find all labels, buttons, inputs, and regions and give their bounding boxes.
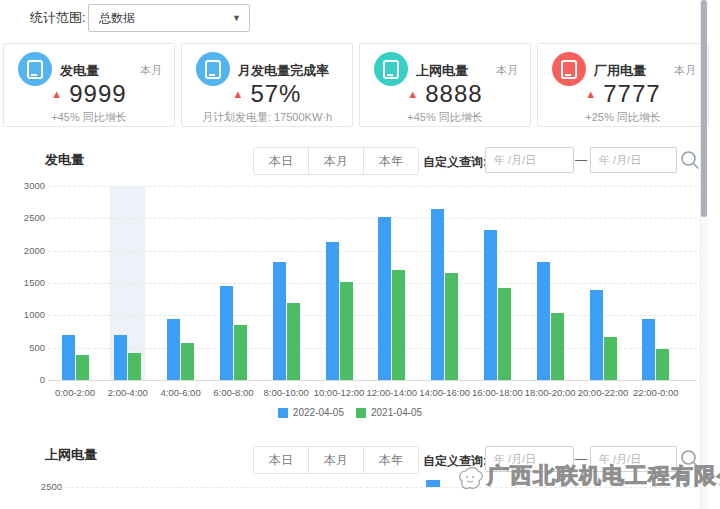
- card-subtitle: +45% 同比增长: [4, 110, 174, 125]
- chart-bar[interactable]: [287, 303, 300, 380]
- card-value: 57%: [250, 80, 301, 108]
- gridline: [48, 380, 697, 381]
- card-title: 上网电量: [416, 62, 468, 80]
- y-axis-tick: 2500: [5, 212, 45, 224]
- card-title: 厂用电量: [594, 62, 646, 80]
- custom-query-label: 自定义查询:: [423, 453, 487, 470]
- button-this-month[interactable]: 本月: [308, 447, 363, 473]
- chart-bar[interactable]: [340, 282, 353, 380]
- chart-bar[interactable]: [167, 319, 180, 380]
- chart-bar[interactable]: [62, 335, 75, 380]
- end-date-input[interactable]: [590, 446, 677, 472]
- section-title-generation: 发电量: [45, 151, 84, 169]
- card-subtitle: 月计划发电量: 17500KW·h: [182, 110, 352, 125]
- legend-swatch: [356, 408, 366, 418]
- trend-up-icon: ▲: [407, 88, 418, 100]
- chart-bar[interactable]: [273, 262, 286, 380]
- chart-bar[interactable]: [590, 290, 603, 380]
- chart-bar[interactable]: [234, 325, 247, 380]
- start-date-input[interactable]: [485, 446, 574, 472]
- topbar: 统计范围: 总数据 ▼: [0, 0, 700, 42]
- card-period: 本月: [140, 63, 162, 78]
- trend-up-icon: ▲: [585, 88, 596, 100]
- gridline: [48, 283, 697, 284]
- card-period: 本月: [496, 63, 518, 78]
- chart-bar[interactable]: [642, 319, 655, 380]
- y-axis-tick: 500: [5, 342, 45, 354]
- y-axis-tick: 2000: [5, 245, 45, 257]
- search-icon[interactable]: [680, 150, 700, 170]
- stat-cards-row: 发电量 本月 ▲ 9999 +45% 同比增长 月发电量完成率 ▲ 57% 月计…: [3, 43, 709, 127]
- button-this-year[interactable]: 本年: [363, 447, 418, 473]
- chart-bar[interactable]: [378, 217, 391, 380]
- button-this-month[interactable]: 本月: [308, 148, 363, 174]
- card-period: 本月: [674, 63, 696, 78]
- y-axis-tick: 0: [5, 374, 45, 386]
- chart-bar[interactable]: [326, 242, 339, 380]
- chart-bar[interactable]: [431, 209, 444, 380]
- legend-label: 2021-04-05: [371, 407, 422, 418]
- range-button-group: 本日 本月 本年: [253, 446, 419, 474]
- chart-bar[interactable]: [426, 480, 440, 487]
- end-date-input[interactable]: [590, 147, 677, 173]
- card-value: 7777: [603, 80, 660, 108]
- button-today[interactable]: 本日: [254, 148, 308, 174]
- chart-bar[interactable]: [445, 273, 458, 380]
- gridline: [66, 487, 697, 488]
- y-axis-tick: 1500: [5, 277, 45, 289]
- scrollbar-thumb[interactable]: [701, 0, 707, 217]
- legend-swatch: [278, 408, 288, 418]
- chevron-down-icon: ▼: [232, 5, 241, 31]
- card-value: 9999: [69, 80, 126, 108]
- chart-bar[interactable]: [484, 230, 497, 380]
- chart-bar[interactable]: [537, 262, 550, 380]
- stat-card-plant-use: 厂用电量 本月 ▲ 7777 +25% 同比增长: [537, 43, 709, 127]
- card-value: 8888: [425, 80, 482, 108]
- button-this-year[interactable]: 本年: [363, 148, 418, 174]
- legend-item[interactable]: 2021-04-05: [356, 407, 422, 418]
- scope-select[interactable]: 总数据 ▼: [88, 4, 250, 32]
- chart-bar[interactable]: [604, 337, 617, 380]
- chart-bar[interactable]: [392, 270, 405, 380]
- card-title: 月发电量完成率: [238, 62, 329, 80]
- scope-label: 统计范围:: [30, 9, 86, 27]
- y-axis-tick: 2500: [22, 481, 62, 492]
- chart-bar[interactable]: [114, 335, 127, 380]
- range-button-group: 本日 本月 本年: [253, 147, 419, 175]
- legend-label: 2022-04-05: [293, 407, 344, 418]
- trend-up-icon: ▲: [233, 88, 244, 100]
- chart-bar[interactable]: [498, 288, 511, 380]
- legend-item[interactable]: 2022-04-05: [278, 407, 344, 418]
- chart-legend: 2022-04-052021-04-05: [0, 407, 700, 418]
- chart-bar[interactable]: [76, 355, 89, 380]
- start-date-input[interactable]: [485, 147, 574, 173]
- card-subtitle: +45% 同比增长: [360, 110, 530, 125]
- trend-up-icon: ▲: [51, 88, 62, 100]
- chart-bar[interactable]: [656, 349, 669, 380]
- chart-bar[interactable]: [220, 286, 233, 380]
- date-range-separator: —: [575, 452, 587, 466]
- stat-card-generation: 发电量 本月 ▲ 9999 +45% 同比增长: [3, 43, 175, 127]
- x-axis-label: 22:00-0:00: [624, 387, 688, 398]
- date-range-separator: —: [575, 153, 587, 167]
- button-today[interactable]: 本日: [254, 447, 308, 473]
- gridline: [48, 251, 697, 252]
- dashboard-page: 统计范围: 总数据 ▼ 发电量 本月 ▲ 9999 +45% 同比增长 月发电量…: [0, 0, 720, 509]
- search-icon[interactable]: [680, 449, 700, 469]
- gridline: [48, 218, 697, 219]
- generation-chart-plot: 0500100015002000250030000:00-2:002:00-4:…: [0, 186, 700, 381]
- section-title-grid: 上网电量: [45, 446, 97, 464]
- stat-card-monthly-completion: 月发电量完成率 ▲ 57% 月计划发电量: 17500KW·h: [181, 43, 353, 127]
- stat-card-grid-energy: 上网电量 本月 ▲ 8888 +45% 同比增长: [359, 43, 531, 127]
- y-axis-tick: 3000: [5, 180, 45, 192]
- card-subtitle: +25% 同比增长: [538, 110, 708, 125]
- scope-select-value: 总数据: [99, 11, 135, 25]
- chart-bar[interactable]: [128, 353, 141, 380]
- card-title: 发电量: [60, 62, 99, 80]
- chart-bar[interactable]: [181, 343, 194, 380]
- custom-query-label: 自定义查询:: [423, 154, 487, 171]
- chart-bar[interactable]: [551, 313, 564, 380]
- gridline: [48, 186, 697, 187]
- y-axis-tick: 1000: [5, 309, 45, 321]
